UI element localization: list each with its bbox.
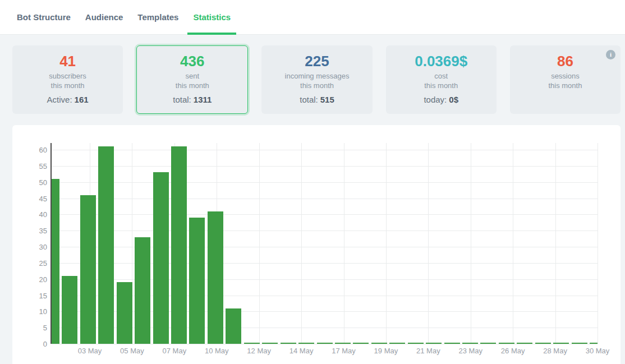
bar[interactable] — [153, 172, 169, 344]
x-tick-label: 05 May — [120, 347, 144, 355]
tab-bar: Bot Structure Audience Templates Statist… — [0, 0, 625, 35]
stat-card-subscribers[interactable]: 41 subscribers this month Active:161 — [12, 45, 123, 114]
h-gridline — [52, 344, 598, 344]
bar[interactable] — [517, 343, 532, 344]
stat-label: sent this month — [137, 71, 247, 90]
bar[interactable] — [189, 218, 205, 344]
stat-card-sent[interactable]: 436 sent this month total:1311 — [136, 45, 248, 114]
y-tick-label: 55 — [39, 162, 47, 170]
stat-card-incoming-messages[interactable]: 225 incoming messages this month total:5… — [261, 45, 372, 114]
chart-card: 05101520253035404550556003 May05 May07 M… — [12, 125, 621, 364]
tab-templates[interactable]: Templates — [132, 0, 184, 34]
stat-label: subscribers this month — [12, 71, 123, 90]
y-tick-label: 5 — [43, 324, 47, 332]
chart-bars — [52, 143, 598, 344]
v-gridline — [598, 143, 598, 344]
tab-bot-structure[interactable]: Bot Structure — [11, 0, 76, 34]
chart-plot: 05101520253035404550556003 May05 May07 M… — [52, 143, 598, 344]
bar[interactable] — [262, 343, 278, 344]
bar[interactable] — [535, 343, 551, 344]
bar[interactable] — [462, 343, 478, 344]
x-tick-label: 28 May — [543, 347, 567, 355]
bar[interactable] — [371, 343, 387, 344]
tab-audience[interactable]: Audience — [80, 0, 129, 34]
bar[interactable] — [281, 343, 296, 344]
y-tick-label: 40 — [39, 210, 47, 219]
stat-value: 41 — [12, 53, 123, 70]
tab-label: Audience — [85, 12, 123, 22]
x-tick-label: 23 May — [458, 347, 482, 355]
bar[interactable] — [135, 237, 150, 344]
x-tick-label: 03 May — [78, 347, 102, 355]
bar[interactable] — [117, 282, 132, 344]
x-tick-label: 07 May — [163, 347, 187, 355]
y-tick-label: 45 — [39, 194, 47, 202]
stat-value: 225 — [261, 53, 372, 70]
stat-footer — [510, 95, 621, 104]
bar[interactable] — [171, 146, 187, 344]
x-tick-label: 14 May — [289, 347, 314, 355]
bar[interactable] — [480, 343, 496, 344]
stat-value: 436 — [137, 53, 247, 70]
bar[interactable] — [62, 276, 77, 344]
x-tick-label: 10 May — [205, 347, 229, 355]
bar[interactable] — [426, 343, 442, 344]
tab-label: Bot Structure — [17, 12, 71, 22]
stat-card-cost[interactable]: 0.0369$ cost this month today:0$ — [386, 45, 497, 114]
stat-footer: today:0$ — [386, 95, 497, 104]
bar[interactable] — [389, 343, 405, 344]
x-tick-label: 30 May — [586, 347, 610, 355]
stat-footer: total:1311 — [137, 95, 247, 104]
stat-footer: Active:161 — [12, 95, 123, 104]
x-tick-label: 12 May — [247, 347, 271, 355]
y-tick-label: 30 — [39, 243, 47, 251]
bar[interactable] — [226, 308, 241, 344]
stat-footer: total:515 — [261, 95, 372, 104]
tab-label: Templates — [137, 12, 178, 22]
y-tick-label: 60 — [39, 146, 47, 154]
bar[interactable] — [244, 343, 260, 344]
bar[interactable] — [335, 343, 351, 344]
bar[interactable] — [444, 343, 460, 344]
bar[interactable] — [408, 343, 424, 344]
info-icon[interactable]: i — [606, 50, 615, 59]
y-tick-label: 20 — [39, 275, 47, 283]
y-tick-label: 10 — [39, 307, 47, 316]
stat-label: incoming messages this month — [261, 71, 372, 90]
x-tick-label: 17 May — [332, 347, 356, 355]
y-tick-label: 50 — [39, 178, 47, 186]
tab-label: Statistics — [193, 12, 231, 22]
stat-label: sessions this month — [510, 71, 621, 90]
y-tick-label: 0 — [43, 340, 47, 348]
bar[interactable] — [590, 343, 598, 344]
bar[interactable] — [572, 343, 587, 344]
bar[interactable] — [499, 343, 514, 344]
bar[interactable] — [98, 146, 114, 344]
bar[interactable] — [353, 343, 369, 344]
y-tick-label: 25 — [39, 259, 47, 267]
bar[interactable] — [298, 343, 314, 344]
stat-value: 0.0369$ — [386, 53, 497, 70]
stat-cards-row: 41 subscribers this month Active:161 436… — [12, 45, 621, 114]
bar[interactable] — [80, 195, 96, 344]
tab-statistics[interactable]: Statistics — [187, 0, 236, 34]
stat-card-sessions[interactable]: i 86 sessions this month — [510, 45, 621, 114]
bar[interactable] — [317, 343, 333, 344]
y-tick-label: 15 — [39, 291, 47, 300]
bar[interactable] — [208, 211, 223, 344]
y-tick-label: 35 — [39, 227, 47, 235]
x-tick-label: 21 May — [416, 347, 440, 355]
stat-label: cost this month — [386, 71, 497, 90]
x-tick-label: 19 May — [374, 347, 398, 355]
bar[interactable] — [553, 343, 569, 344]
bar[interactable] — [52, 179, 59, 344]
x-tick-label: 26 May — [501, 347, 525, 355]
stat-value: 86 — [510, 53, 621, 70]
